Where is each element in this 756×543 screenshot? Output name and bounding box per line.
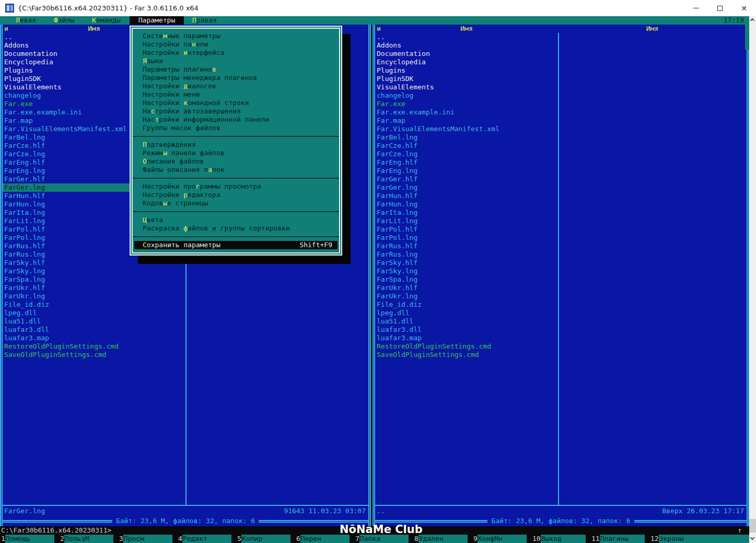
file-item[interactable]: Documentation xyxy=(375,50,558,58)
dropdown-item[interactable]: Системные параметры xyxy=(133,32,339,40)
maximize-button[interactable] xyxy=(708,0,732,16)
file-item[interactable]: FarUkr.hlf xyxy=(3,284,185,292)
fkey-12[interactable]: 12Экраны xyxy=(649,535,749,543)
scroll-down-icon[interactable] xyxy=(750,536,754,540)
file-item[interactable]: FarBel.lng xyxy=(375,133,558,142)
dropdown-item[interactable]: Подтверждения xyxy=(133,141,339,149)
file-item[interactable]: FarSky.lng xyxy=(375,267,558,275)
dropdown-item[interactable]: Описания файлов xyxy=(133,157,339,166)
file-item[interactable]: FarCze.hlf xyxy=(375,142,558,150)
fkey-11[interactable]: 11Плагины xyxy=(590,535,645,543)
dropdown-item[interactable]: Настройки меню xyxy=(133,90,339,99)
file-item[interactable]: luafar3.dll xyxy=(375,326,558,334)
dropdown-item[interactable]: Кодовые страницы xyxy=(133,199,339,207)
file-item[interactable]: RestoreOldPluginSettings.cmd xyxy=(375,342,558,351)
file-item[interactable]: FarHun.hlf xyxy=(375,192,558,200)
file-item[interactable]: .. xyxy=(375,33,558,41)
file-item[interactable]: lpeg.dll xyxy=(3,309,185,317)
file-item[interactable]: luafar3.map xyxy=(375,334,558,342)
status-line-left: FarGer.lng 91643 11.03.23 03:07 xyxy=(4,507,366,515)
file-item[interactable]: FarCze.lng xyxy=(375,150,558,158)
minimize-button[interactable] xyxy=(684,0,708,16)
file-item[interactable]: RestoreOldPluginSettings.cmd xyxy=(3,342,185,351)
dropdown-item[interactable]: Режимы панели файлов xyxy=(133,149,339,157)
fkey-2[interactable]: 2ПользМ xyxy=(59,535,113,543)
file-item[interactable]: Far.exe.example.ini xyxy=(375,108,558,117)
close-button[interactable]: ✕ xyxy=(732,0,756,16)
fkey-7[interactable]: 7Папка xyxy=(354,535,409,543)
dropdown-item[interactable]: Группы масок файлов xyxy=(133,124,339,132)
scroll-up-icon[interactable] xyxy=(750,18,754,22)
dropdown-item[interactable]: Параметры плагинов xyxy=(133,65,339,74)
fkey-5[interactable]: 5Копир xyxy=(236,535,290,543)
current-file-info: 91643 11.03.23 03:07 xyxy=(284,507,366,515)
fkey-3[interactable]: 3Просм xyxy=(118,535,172,543)
dropdown-item[interactable]: Настройки редактора xyxy=(133,191,339,199)
fkey-6[interactable]: 6Перен xyxy=(295,535,350,543)
file-item[interactable]: FarSky.hlf xyxy=(375,259,558,267)
file-item[interactable]: lua51.dll xyxy=(3,317,185,326)
file-item[interactable]: SaveOldPluginSettings.cmd xyxy=(375,351,558,359)
dropdown-item[interactable]: Настройки панели xyxy=(133,40,339,49)
file-item[interactable]: File_id.diz xyxy=(3,301,185,309)
menubar-item-3[interactable]: Команды xyxy=(92,16,121,25)
file-item[interactable]: Far.exe xyxy=(375,100,558,108)
menubar-item-5[interactable]: Правая xyxy=(192,16,217,25)
file-item[interactable]: VisualElements xyxy=(375,83,558,91)
fkey-10[interactable]: 10Выход xyxy=(531,535,586,543)
dropdown-item[interactable]: Настройки информационной панели xyxy=(133,115,339,124)
menubar-item-1[interactable]: Левая xyxy=(16,16,36,25)
fkey-4[interactable]: 4Редакт xyxy=(177,535,231,543)
file-item[interactable]: luafar3.map xyxy=(3,334,185,342)
file-item[interactable]: SaveOldPluginSettings.cmd xyxy=(3,351,185,359)
dropdown-item[interactable]: Параметры менеджера плагинов xyxy=(133,74,339,82)
file-item[interactable]: FarUkr.hlf xyxy=(375,284,558,292)
file-item[interactable]: FarSpa.lng xyxy=(3,275,185,284)
file-item[interactable]: FarUkr.lng xyxy=(3,292,185,301)
fkey-8[interactable]: 8Удален xyxy=(413,535,468,543)
fkey-1[interactable]: 1Помощь xyxy=(0,535,54,543)
file-item[interactable]: changelog xyxy=(375,91,558,100)
file-item[interactable]: FarSky.lng xyxy=(3,267,185,275)
console-scrollbar[interactable] xyxy=(749,16,756,543)
file-item[interactable]: FarSpa.lng xyxy=(375,275,558,284)
file-item[interactable]: PluginSDK xyxy=(375,75,558,83)
file-item[interactable]: lua51.dll xyxy=(375,317,558,326)
file-item[interactable]: FarPol.hlf xyxy=(375,225,558,234)
file-item[interactable]: FarHun.lng xyxy=(375,200,558,209)
file-item[interactable]: Far.VisualElementsManifest.xml xyxy=(375,125,558,133)
file-item[interactable]: FarUkr.lng xyxy=(375,292,558,301)
file-item[interactable]: File_id.diz xyxy=(375,301,558,309)
file-item[interactable]: FarIta.lng xyxy=(375,209,558,217)
dropdown-item[interactable]: Настройки командной строки xyxy=(133,99,339,107)
menubar-item-4[interactable]: Параметры xyxy=(130,16,184,25)
scrollbar-thumb[interactable] xyxy=(749,519,756,533)
dropdown-item[interactable]: Цвета xyxy=(133,216,339,224)
dropdown-item[interactable]: Раскраска файлов и группы сортировки xyxy=(133,224,339,233)
fkey-9[interactable]: 9КонфМн xyxy=(472,535,527,543)
function-key-bar: 1Помощь2ПользМ3Просм4Редакт5Копир6Перен7… xyxy=(0,535,749,543)
history-up-arrow-icon[interactable]: ↑ xyxy=(738,526,742,535)
file-item[interactable]: FarLit.lng xyxy=(375,217,558,225)
file-item[interactable]: luafar3.dll xyxy=(3,326,185,334)
file-item[interactable]: Plugins xyxy=(375,66,558,75)
file-item[interactable]: Addons xyxy=(375,41,558,50)
file-item[interactable]: lpeg.dll xyxy=(375,309,558,317)
dropdown-item[interactable]: Сохранить параметрыShift+F9 xyxy=(134,241,338,249)
file-item[interactable]: FarPol.lng xyxy=(375,234,558,242)
file-item[interactable]: Far.map xyxy=(375,117,558,125)
dropdown-item[interactable]: Настройки диалогов xyxy=(133,82,339,90)
file-item[interactable]: FarGer.lng xyxy=(375,183,558,192)
file-item[interactable]: FarEng.lng xyxy=(375,167,558,175)
dropdown-item[interactable]: Настройки автозавершения xyxy=(133,107,339,115)
file-item[interactable]: Encyclopedia xyxy=(375,58,558,66)
dropdown-item[interactable]: Настройки программы просмотра xyxy=(133,182,339,191)
menubar-item-2[interactable]: Файлы xyxy=(54,16,74,25)
file-item[interactable]: FarRus.hlf xyxy=(375,242,558,250)
file-item[interactable]: FarEng.hlf xyxy=(375,158,558,167)
file-item[interactable]: FarGer.hlf xyxy=(375,175,558,183)
dropdown-item[interactable]: Файлы описания папок xyxy=(133,166,339,174)
file-item[interactable]: FarRus.lng xyxy=(375,250,558,259)
dropdown-item[interactable]: Настройки интерфейса xyxy=(133,49,339,57)
dropdown-item[interactable]: Языки xyxy=(133,57,339,65)
